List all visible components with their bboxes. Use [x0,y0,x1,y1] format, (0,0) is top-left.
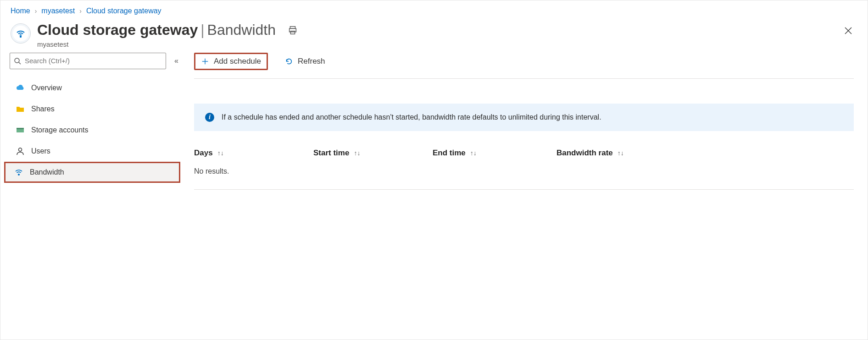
refresh-label: Refresh [298,57,325,66]
title-main: Cloud storage gateway [37,22,198,38]
sidebar-item-label: Users [31,147,50,155]
page-subtitle: myasetest [37,40,276,48]
sidebar-item-storage-accounts[interactable]: Storage accounts [10,120,180,141]
page-title: Cloud storage gateway|Bandwidth [37,22,276,38]
search-input-wrapper[interactable] [10,53,166,69]
sidebar-item-label: Shares [31,105,55,113]
svg-point-11 [18,174,20,175]
breadcrumb-home[interactable]: Home [11,7,30,15]
page-header: Cloud storage gateway|Bandwidth myasetes… [0,19,868,53]
sort-icon: ↑↓ [354,149,360,157]
print-icon[interactable] [288,25,298,37]
column-start-time[interactable]: Start time ↑↓ [313,148,433,158]
table-body: No results. [194,165,854,190]
plus-icon [201,57,209,66]
column-days[interactable]: Days ↑↓ [194,148,313,158]
svg-point-10 [19,148,22,151]
refresh-button[interactable]: Refresh [278,53,332,70]
refresh-icon [285,57,293,66]
user-icon [16,147,25,156]
svg-point-6 [15,58,19,63]
search-input[interactable] [24,56,162,65]
folder-icon [16,104,25,114]
breadcrumb-feature[interactable]: Cloud storage gateway [86,7,161,15]
wifi-icon [14,168,23,177]
storage-icon [16,126,25,135]
wifi-icon [11,23,31,44]
sort-icon: ↑↓ [470,149,477,157]
sidebar-item-shares[interactable]: Shares [10,99,180,120]
sidebar-item-label: Bandwidth [30,168,64,176]
svg-line-7 [19,62,21,64]
svg-rect-3 [290,31,295,34]
add-schedule-label: Add schedule [214,57,261,66]
sort-icon: ↑↓ [217,149,224,157]
add-schedule-button[interactable]: Add schedule [194,53,268,70]
table-header: Days ↑↓ Start time ↑↓ End time ↑↓ Bandwi… [194,145,854,165]
collapse-sidebar-icon[interactable]: « [172,55,180,67]
sidebar-item-label: Overview [31,84,62,92]
sidebar-item-bandwidth[interactable]: Bandwidth [4,162,180,183]
search-icon [14,57,21,65]
chevron-right-icon: › [79,7,82,15]
info-icon: i [205,113,214,122]
toolbar: Add schedule Refresh [194,53,854,79]
sidebar-item-users[interactable]: Users [10,141,180,162]
chevron-right-icon: › [35,7,37,15]
sort-icon: ↑↓ [618,149,624,157]
sidebar-item-label: Storage accounts [31,126,89,134]
sidebar: « Overview Shares [10,53,180,183]
sidebar-nav: Overview Shares Storage accounts [10,77,180,183]
column-label: End time [433,148,466,158]
column-end-time[interactable]: End time ↑↓ [433,148,556,158]
title-section: Bandwidth [207,22,276,38]
info-banner: i If a schedule has ended and another sc… [194,104,854,131]
column-bandwidth-rate[interactable]: Bandwidth rate ↑↓ [556,148,676,158]
schedule-table: Days ↑↓ Start time ↑↓ End time ↑↓ Bandwi… [194,145,854,190]
sidebar-item-overview[interactable]: Overview [10,77,180,99]
main-content: Add schedule Refresh i If a schedule has… [180,53,868,190]
info-text: If a schedule has ended and another sche… [222,113,601,121]
svg-rect-9 [17,128,24,129]
breadcrumb: Home › myasetest › Cloud storage gateway [0,0,868,19]
cloud-icon [16,83,25,93]
breadcrumb-resource[interactable]: myasetest [41,7,75,15]
column-label: Days [194,148,213,158]
close-icon[interactable] [841,23,856,41]
empty-state: No results. [194,167,854,175]
column-label: Bandwidth rate [556,148,613,158]
svg-point-0 [20,36,21,37]
column-label: Start time [313,148,349,158]
